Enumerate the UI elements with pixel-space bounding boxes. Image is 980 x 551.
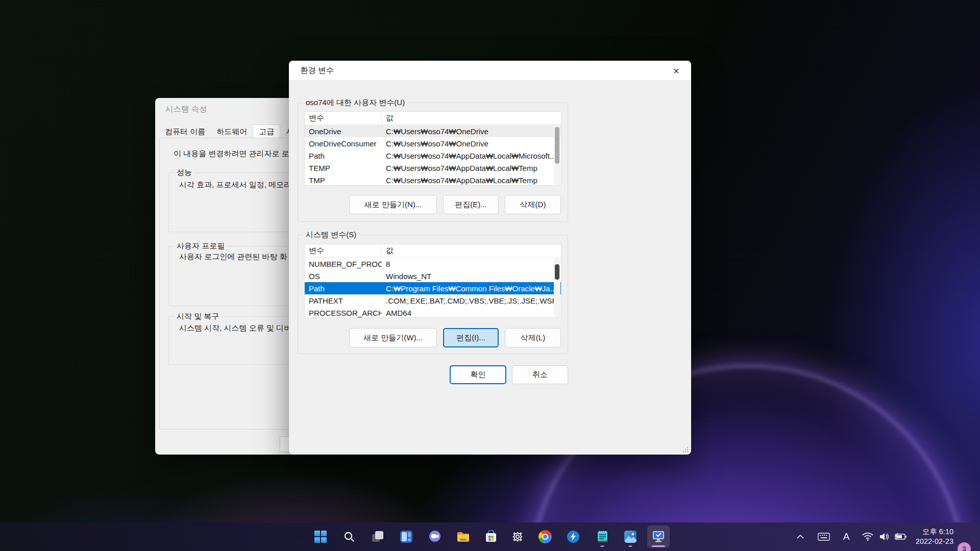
user-delete-button[interactable]: 삭제(D) — [505, 195, 561, 214]
row-name: TEMP — [305, 164, 382, 172]
row-value: C:₩Users₩oso74₩OneDrive — [382, 127, 561, 136]
column-header-variable[interactable]: 변수 — [305, 112, 382, 124]
system-table-scrollbar[interactable] — [554, 258, 560, 317]
dialog-title: 환경 변수 — [300, 65, 334, 76]
photos-icon — [624, 530, 637, 543]
running-indicator — [601, 545, 604, 547]
resize-grip[interactable] — [682, 446, 689, 453]
row-name: PATHEXT — [305, 296, 382, 305]
performance-group-label: 성능 — [174, 168, 194, 178]
system-table-header[interactable]: 변수 값 — [305, 244, 561, 258]
user-variables-group: oso74에 대한 사용자 변수(U) 변수 값 OneDrive C:₩Use… — [298, 103, 568, 222]
close-icon[interactable]: ✕ — [669, 64, 684, 78]
row-name: OS — [305, 272, 382, 281]
wifi-button[interactable] — [860, 530, 876, 544]
system-edit-button[interactable]: 편집(I)... — [443, 328, 499, 347]
row-value: .COM;.EXE;.BAT;.CMD;.VBS;.VBE;.JS;.JSE;.… — [382, 296, 561, 305]
file-explorer-button[interactable] — [452, 525, 474, 548]
cancel-button[interactable]: 취소 — [512, 365, 568, 384]
column-header-variable[interactable]: 변수 — [305, 244, 382, 257]
search-button[interactable] — [338, 525, 360, 548]
clock-time: 오후 6:10 — [916, 527, 953, 537]
active-indicator — [652, 545, 665, 547]
clock-date: 2022-02-23 — [916, 537, 953, 546]
chrome-button[interactable] — [534, 525, 556, 548]
user-variables-table: 변수 값 OneDrive C:₩Users₩oso74₩OneDrive On… — [304, 111, 561, 186]
chrome-icon — [538, 530, 552, 543]
tab-advanced[interactable]: 고급 — [253, 124, 280, 138]
photos-button[interactable] — [619, 525, 642, 548]
table-row[interactable]: OS Windows_NT — [305, 270, 561, 282]
ime-mode-button[interactable]: A — [839, 530, 853, 544]
ok-button[interactable]: 확인 — [450, 365, 506, 384]
widgets-button[interactable] — [395, 525, 418, 548]
microsoft-store-button[interactable] — [480, 525, 502, 548]
system-variables-table: 변수 값 NUMBER_OF_PROC... 8 OS Windows_NT P… — [304, 244, 561, 318]
row-value: C:₩Users₩oso74₩AppData₩Local₩Temp — [382, 176, 561, 185]
start-button[interactable] — [309, 525, 332, 548]
user-table-scrollbar[interactable] — [554, 126, 560, 185]
row-name: NUMBER_OF_PROC... — [305, 260, 382, 268]
system-variables-group-label: 시스템 변수(S) — [303, 230, 359, 240]
table-row-selected[interactable]: Path C:₩Program Files₩Common Files₩Oracl… — [305, 282, 561, 294]
notepad-button[interactable] — [591, 525, 614, 548]
startup-recovery-desc: 시스템 시작, 시스템 오류 및 디버 — [179, 323, 291, 333]
table-row[interactable]: TEMP C:₩Users₩oso74₩AppData₩Local₩Temp — [305, 162, 561, 174]
user-table-header[interactable]: 변수 값 — [305, 112, 561, 125]
task-view-icon — [371, 530, 384, 543]
volume-button[interactable] — [876, 530, 892, 544]
scrollbar-thumb[interactable] — [555, 264, 559, 280]
system-properties-taskbar-button[interactable] — [647, 525, 670, 548]
battery-charging-icon — [895, 533, 907, 540]
table-row[interactable]: OneDriveConsumer C:₩Users₩oso74₩OneDrive — [305, 137, 561, 149]
row-name: Path — [305, 284, 382, 293]
microsoft-store-icon — [484, 530, 498, 543]
table-row[interactable]: OneDrive C:₩Users₩oso74₩OneDrive — [305, 125, 561, 137]
notification-badge[interactable]: 3 — [958, 542, 971, 551]
row-value: Windows_NT — [382, 272, 561, 281]
column-header-value[interactable]: 값 — [382, 246, 561, 256]
system-properties-tabs: 컴퓨터 이름 하드웨어 고급 시스 — [159, 124, 307, 138]
battery-button[interactable] — [892, 530, 910, 544]
settings-button[interactable] — [506, 525, 529, 548]
table-row[interactable]: PATHEXT .COM;.EXE;.BAT;.CMD;.VBS;.VBE;.J… — [305, 294, 561, 307]
start-icon — [314, 531, 327, 543]
lightning-app-button[interactable] — [562, 525, 584, 548]
user-edit-button[interactable]: 편집(E)... — [443, 195, 499, 214]
row-value: C:₩Users₩oso74₩AppData₩Local₩Temp — [382, 164, 561, 172]
user-new-button[interactable]: 새로 만들기(N)... — [349, 195, 437, 214]
lightning-app-icon — [567, 530, 580, 543]
column-header-value[interactable]: 값 — [382, 113, 561, 123]
tab-hardware[interactable]: 하드웨어 — [211, 126, 253, 138]
screen: 시스템 속성 컴퓨터 이름 하드웨어 고급 시스 이 내용을 변경하려면 관리자… — [0, 0, 980, 551]
running-indicator — [629, 545, 632, 547]
table-row[interactable]: Path C:₩Users₩oso74₩AppData₩Local₩Micros… — [305, 149, 561, 162]
table-row[interactable]: NUMBER_OF_PROC... 8 — [305, 258, 561, 270]
row-name: OneDrive — [305, 127, 382, 136]
keyboard-icon — [818, 533, 830, 541]
task-view-button[interactable] — [366, 525, 389, 548]
row-value: AMD64 — [382, 309, 561, 317]
tray-chevron-button[interactable] — [793, 530, 807, 544]
user-variables-group-label: oso74에 대한 사용자 변수(U) — [303, 98, 407, 108]
tab-computer-name[interactable]: 컴퓨터 이름 — [159, 126, 211, 138]
scrollbar-thumb[interactable] — [555, 127, 559, 164]
touch-keyboard-button[interactable] — [816, 530, 831, 544]
user-profiles-desc: 사용자 로그인에 관련된 바탕 화 — [179, 252, 287, 262]
performance-desc: 시각 효과, 프로세서 일정, 메모리 — [179, 180, 291, 190]
clock[interactable]: 오후 6:10 2022-02-23 — [916, 527, 953, 546]
taskbar: A 오후 6:10 2022-02-2 — [0, 522, 980, 551]
chat-button[interactable] — [424, 525, 446, 548]
user-profiles-group-label: 사용자 프로필 — [174, 241, 227, 251]
file-explorer-icon — [456, 530, 470, 544]
notepad-icon — [596, 530, 609, 543]
env-dialog-titlebar[interactable]: 환경 변수 ✕ — [289, 61, 691, 80]
row-name: Path — [305, 152, 382, 160]
system-delete-button[interactable]: 삭제(L) — [505, 328, 561, 347]
table-row[interactable]: PROCESSOR_ARCH... AMD64 — [305, 307, 561, 318]
row-value: C:₩Users₩oso74₩OneDrive — [382, 139, 561, 148]
search-icon — [343, 531, 355, 543]
system-new-button[interactable]: 새로 만들기(W)... — [349, 328, 437, 347]
row-value: 8 — [382, 260, 561, 268]
table-row[interactable]: TMP C:₩Users₩oso74₩AppData₩Local₩Temp — [305, 174, 561, 186]
